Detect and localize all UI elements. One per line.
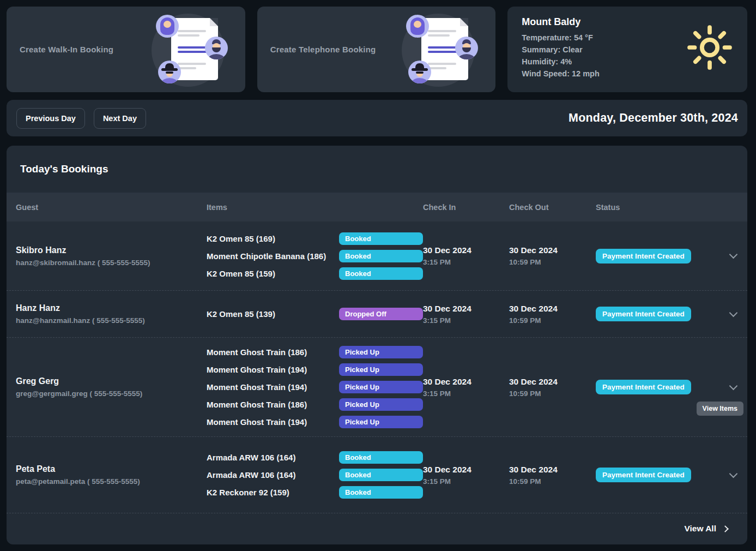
create-walk-in-booking-card[interactable]: Create Walk-In Booking (7, 7, 245, 92)
chevron-down-icon (729, 250, 738, 259)
hat-avatar-icon (408, 61, 431, 83)
column-header-guest: Guest (16, 203, 207, 212)
chevron-right-icon (722, 525, 729, 532)
booking-row[interactable]: Peta Peta peta@petamail.peta ( 555-555-5… (7, 437, 747, 513)
check-out-cell: 30 Dec 2024 10:59 PM (509, 245, 596, 266)
check-out-cell: 30 Dec 2024 10:59 PM (509, 377, 596, 398)
walk-in-booking-label: Create Walk-In Booking (20, 45, 113, 54)
check-out-date: 30 Dec 2024 (509, 465, 596, 475)
weather-wind-speed: Wind Speed: 12 mph (522, 68, 599, 80)
booking-document-illustration (397, 9, 480, 90)
weather-location-title: Mount Baldy (522, 16, 599, 28)
status-badge: Payment Intent Created (596, 307, 691, 321)
check-out-cell: 30 Dec 2024 10:59 PM (509, 304, 596, 325)
guest-name: Skibro Hanz (16, 245, 207, 255)
chevron-down-icon (729, 381, 738, 390)
view-all-button[interactable]: View All (7, 513, 747, 544)
item-status-badge: Picked Up (339, 398, 423, 411)
telephone-booking-label: Create Telephone Booking (270, 45, 376, 54)
item-status-badge: Picked Up (339, 363, 423, 376)
bookings-table-header: Guest Items Check In Check Out Status (7, 193, 747, 221)
item-name: Moment Ghost Train (186) (207, 348, 339, 357)
expand-row-button[interactable]: View Items (719, 338, 747, 436)
booking-document-illustration (147, 9, 230, 90)
booking-row[interactable]: Hanz Hanz hanz@hanzmail.hanz ( 555-555-5… (7, 291, 747, 338)
check-out-time: 10:59 PM (509, 390, 596, 398)
check-out-date: 30 Dec 2024 (509, 377, 596, 387)
status-cell: Payment Intent Created (596, 468, 719, 482)
item-name: K2 Omen 85 (159) (207, 269, 339, 278)
previous-day-button[interactable]: Previous Day (16, 108, 85, 129)
check-out-date: 30 Dec 2024 (509, 245, 596, 255)
item-status-badge: Picked Up (339, 381, 423, 393)
check-in-cell: 30 Dec 2024 3:15 PM (423, 465, 509, 486)
next-day-button[interactable]: Next Day (94, 108, 146, 129)
top-cards-row: Create Walk-In Booking Create Telephone … (7, 7, 747, 92)
guest-name: Greg Gerg (16, 376, 207, 386)
check-in-cell: 30 Dec 2024 3:15 PM (423, 245, 509, 266)
view-all-label: View All (684, 524, 716, 534)
item-name: Armada ARW 106 (164) (207, 470, 339, 480)
check-in-time: 3:15 PM (423, 316, 509, 325)
items-list: Armada ARW 106 (164)BookedArmada ARW 106… (207, 449, 423, 501)
item-name: Moment Ghost Train (194) (207, 365, 339, 374)
item-name: K2 Omen 85 (139) (207, 309, 339, 319)
item-status-badge: Dropped Off (339, 308, 423, 320)
check-in-time: 3:15 PM (423, 390, 509, 398)
guest-name: Peta Peta (16, 464, 207, 474)
check-in-date: 30 Dec 2024 (423, 377, 509, 387)
items-list: K2 Omen 85 (169)BookedMoment Chipotle Ba… (207, 230, 423, 282)
status-cell: Payment Intent Created (596, 249, 719, 263)
column-header-status: Status (596, 203, 719, 212)
hijab-avatar-icon (156, 15, 179, 38)
item-status-badge: Booked (339, 267, 423, 280)
items-list: Moment Ghost Train (186)Picked UpMoment … (207, 344, 423, 431)
status-cell: Payment Intent Created (596, 307, 719, 321)
item-status-badge: Picked Up (339, 346, 423, 358)
status-badge: Payment Intent Created (596, 249, 691, 263)
weather-humidity: Humidity: 4% (522, 56, 599, 68)
booking-row[interactable]: Greg Gerg greg@gergmail.greg ( 555-555-5… (7, 338, 747, 437)
item-status-badge: Booked (339, 469, 423, 481)
expand-row-button[interactable] (719, 437, 747, 513)
guest-cell: Hanz Hanz hanz@hanzmail.hanz ( 555-555-5… (16, 303, 207, 325)
expand-row-button[interactable] (719, 291, 747, 337)
item-status-badge: Booked (339, 486, 423, 499)
check-out-time: 10:59 PM (509, 477, 596, 486)
column-header-check-in: Check In (423, 203, 509, 212)
check-in-cell: 30 Dec 2024 3:15 PM (423, 304, 509, 325)
item-name: Moment Chipotle Banana (186) (207, 251, 339, 261)
item-status-badge: Picked Up (339, 416, 423, 428)
date-navigation-bar: Previous Day Next Day Monday, December 3… (7, 100, 747, 136)
chevron-down-icon (729, 469, 738, 478)
bookings-title: Today's Bookings (7, 146, 747, 193)
column-header-check-out: Check Out (509, 203, 596, 212)
guest-cell: Peta Peta peta@petamail.peta ( 555-555-5… (16, 464, 207, 486)
check-out-cell: 30 Dec 2024 10:59 PM (509, 465, 596, 486)
current-date-label: Monday, December 30th, 2024 (568, 111, 738, 125)
hat-avatar-icon (158, 61, 181, 83)
item-name: K2 Omen 85 (169) (207, 234, 339, 243)
view-items-tooltip[interactable]: View Items (697, 402, 743, 416)
status-cell: Payment Intent Created (596, 380, 719, 394)
item-status-badge: Booked (339, 232, 423, 245)
booking-row[interactable]: Skibro Hanz hanz@skibromail.hanz ( 555-5… (7, 221, 747, 291)
check-in-date: 30 Dec 2024 (423, 465, 509, 475)
item-name: Moment Ghost Train (194) (207, 382, 339, 392)
check-out-time: 10:59 PM (509, 258, 596, 266)
todays-bookings-panel: Today's Bookings Guest Items Check In Ch… (7, 146, 747, 544)
guest-contact: hanz@hanzmail.hanz ( 555-555-5555) (16, 316, 207, 325)
item-name: Moment Ghost Train (186) (207, 400, 339, 409)
check-out-date: 30 Dec 2024 (509, 304, 596, 314)
guest-cell: Skibro Hanz hanz@skibromail.hanz ( 555-5… (16, 245, 207, 267)
check-in-date: 30 Dec 2024 (423, 304, 509, 314)
column-header-items: Items (207, 203, 423, 212)
expand-row-button[interactable] (719, 221, 747, 290)
weather-summary: Summary: Clear (522, 44, 599, 56)
sun-icon (686, 24, 733, 73)
beard-avatar-icon (455, 37, 478, 59)
guest-name: Hanz Hanz (16, 303, 207, 313)
item-name: Armada ARW 106 (164) (207, 453, 339, 462)
item-status-badge: Booked (339, 451, 423, 464)
create-telephone-booking-card[interactable]: Create Telephone Booking (257, 7, 496, 92)
